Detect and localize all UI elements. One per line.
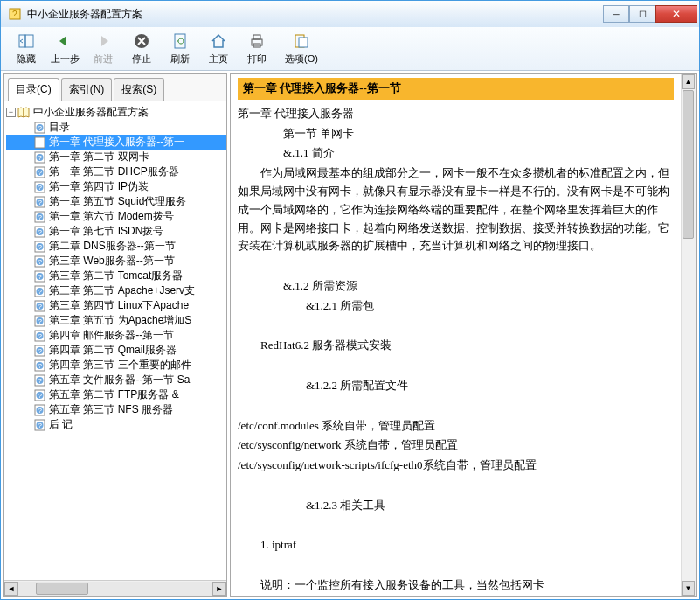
tree-item[interactable]: ?第四章 第三节 三个重要的邮件 bbox=[6, 358, 226, 373]
tab-search[interactable]: 搜索(S) bbox=[114, 78, 164, 101]
tree-item[interactable]: ?第三章 第三节 Apache+Jserv支 bbox=[6, 283, 226, 298]
content-pane: 第一章 代理接入服务器--第一节 第一章 代理接入服务器 第一节 单网卡 &.1… bbox=[230, 73, 697, 597]
tree-item[interactable]: ?第五章 文件服务器--第一节 Sa bbox=[6, 373, 226, 387]
tree-item-label: 第三章 第三节 Apache+Jserv支 bbox=[49, 283, 195, 298]
h-scroll-thumb[interactable] bbox=[36, 583, 88, 595]
content-s12: &.1.2 所需资源 bbox=[238, 277, 674, 296]
v-scrollbar[interactable]: ▲ ▼ bbox=[681, 74, 696, 596]
tree-item[interactable]: ?第三章 第五节 为Apache增加S bbox=[6, 313, 226, 328]
tree-item-label: 第四章 邮件服务器--第一节 bbox=[49, 328, 174, 343]
home-button[interactable]: 主页 bbox=[200, 30, 237, 67]
toolbar: 隐藏 上一步 前进 停止 刷新 主页 打印 选项(O) bbox=[1, 27, 699, 71]
tree-item[interactable]: ?第三章 第四节 Linux下Apache bbox=[6, 298, 226, 313]
content-p2: RedHat6.2 服务器模式安装 bbox=[238, 337, 674, 355]
tree-item[interactable]: ?第四章 邮件服务器--第一节 bbox=[6, 328, 226, 343]
tree-item[interactable]: ?第一章 第五节 Squid代理服务 bbox=[6, 194, 226, 209]
close-button[interactable]: ✕ bbox=[655, 5, 697, 23]
tree-item[interactable]: ?第一章 第六节 Modem拨号 bbox=[6, 209, 226, 224]
page-icon: ? bbox=[33, 180, 47, 194]
tab-contents[interactable]: 目录(C) bbox=[8, 78, 59, 101]
svg-text:?: ? bbox=[38, 184, 43, 192]
svg-text:?: ? bbox=[38, 273, 43, 281]
minimize-button[interactable]: ─ bbox=[603, 5, 629, 23]
tree-item-label: 中小企业服务器配置方案 bbox=[33, 105, 149, 120]
scroll-left-button[interactable]: ◄ bbox=[4, 582, 18, 596]
svg-text:?: ? bbox=[38, 154, 43, 162]
v-scroll-thumb[interactable] bbox=[683, 90, 694, 239]
tree-item[interactable]: ?第一章 第七节 ISDN拨号 bbox=[6, 224, 226, 239]
expand-icon[interactable]: − bbox=[6, 108, 16, 117]
svg-text:?: ? bbox=[38, 317, 43, 325]
page-icon: ? bbox=[33, 195, 47, 209]
svg-text:?: ? bbox=[38, 303, 43, 310]
options-button[interactable]: 选项(O) bbox=[277, 30, 326, 67]
maximize-button[interactable]: ☐ bbox=[629, 5, 655, 23]
tree-item-label: 第一章 第二节 双网卡 bbox=[49, 150, 149, 164]
tree-item[interactable]: ?第一章 第三节 DHCP服务器 bbox=[6, 164, 226, 179]
tree-item-label: 第一章 第六节 Modem拨号 bbox=[49, 209, 174, 224]
content-p6: 1. iptraf bbox=[238, 536, 674, 555]
scroll-right-button[interactable]: ► bbox=[212, 582, 226, 596]
page-icon: ? bbox=[33, 329, 47, 343]
hide-button[interactable]: 隐藏 bbox=[8, 30, 45, 67]
page-icon: ? bbox=[33, 165, 47, 179]
tree-item-label: 后 记 bbox=[49, 417, 73, 432]
svg-text:?: ? bbox=[38, 362, 43, 370]
tree-item[interactable]: ?目录 bbox=[6, 120, 226, 135]
print-button[interactable]: 打印 bbox=[239, 30, 275, 67]
page-icon: ? bbox=[33, 359, 47, 373]
tree-item[interactable]: ?第一章 第二节 双网卡 bbox=[6, 150, 226, 164]
tree-item-label: 第四章 第三节 三个重要的邮件 bbox=[49, 358, 191, 373]
tree-item-label: 第一章 代理接入服务器--第一 bbox=[49, 135, 184, 150]
tree-item-label: 第二章 DNS服务器--第一节 bbox=[49, 239, 176, 254]
refresh-button[interactable]: 刷新 bbox=[162, 30, 198, 67]
svg-text:?: ? bbox=[38, 407, 43, 415]
page-icon: ? bbox=[33, 225, 47, 239]
tree-item[interactable]: ?第五章 第二节 FTP服务器 & bbox=[6, 387, 226, 402]
tree-item[interactable]: ?后 记 bbox=[6, 417, 226, 432]
svg-text:?: ? bbox=[38, 392, 43, 400]
tree-item-label: 第五章 第三节 NFS 服务器 bbox=[49, 402, 173, 417]
page-icon: ? bbox=[33, 403, 47, 417]
svg-text:?: ? bbox=[38, 124, 43, 132]
svg-text:?: ? bbox=[38, 288, 43, 296]
stop-button[interactable]: 停止 bbox=[123, 30, 160, 67]
svg-rect-10 bbox=[299, 38, 308, 47]
tree-item[interactable]: ?第二章 DNS服务器--第一节 bbox=[6, 239, 226, 254]
chapter-header: 第一章 代理接入服务器--第一节 bbox=[238, 78, 674, 100]
content-p4: /etc/sysconfig/network 系统自带，管理员配置 bbox=[238, 436, 674, 455]
tree-item[interactable]: ?第三章 第二节 Tomcat服务器 bbox=[6, 269, 226, 283]
svg-text:?: ? bbox=[38, 347, 43, 355]
tree-item-label: 第五章 第二节 FTP服务器 & bbox=[49, 387, 179, 402]
tree-item[interactable]: ?第三章 Web服务器--第一节 bbox=[6, 254, 226, 269]
page-icon: ? bbox=[33, 314, 47, 328]
book-icon bbox=[17, 106, 31, 120]
svg-text:?: ? bbox=[12, 10, 17, 19]
svg-text:?: ? bbox=[38, 199, 43, 206]
tree-item[interactable]: ?第一章 代理接入服务器--第一 bbox=[6, 135, 226, 150]
tree-item-label: 第三章 第五节 为Apache增加S bbox=[49, 313, 191, 328]
scroll-up-button[interactable]: ▲ bbox=[682, 74, 695, 89]
titlebar: ? 中小企业服务器配置方案 ─ ☐ ✕ bbox=[1, 1, 699, 27]
back-button[interactable]: 上一步 bbox=[46, 30, 83, 67]
content-p1: 作为局域网最基本的组成部分之一，网卡一般不在众多攒机者的标准配置之内，但如果局域… bbox=[238, 164, 674, 255]
tree-item-label: 第三章 第四节 Linux下Apache bbox=[49, 298, 189, 313]
content-title: 第一章 代理接入服务器 bbox=[238, 105, 674, 123]
svg-text:?: ? bbox=[38, 377, 43, 385]
tree-item[interactable]: −中小企业服务器配置方案 bbox=[6, 105, 226, 120]
sidebar-tabs: 目录(C) 索引(N) 搜索(S) bbox=[4, 74, 226, 101]
tab-index[interactable]: 索引(N) bbox=[61, 78, 113, 101]
svg-rect-3 bbox=[25, 35, 33, 47]
content-section: 第一节 单网卡 bbox=[238, 125, 674, 143]
toc-tree[interactable]: −中小企业服务器配置方案?目录?第一章 代理接入服务器--第一?第一章 第二节 … bbox=[4, 101, 226, 580]
scroll-down-button[interactable]: ▼ bbox=[682, 581, 695, 596]
tree-item[interactable]: ?第四章 第二节 Qmail服务器 bbox=[6, 343, 226, 358]
content-s123: &1.2.3 相关工具 bbox=[238, 497, 674, 515]
tree-item[interactable]: ?第五章 第三节 NFS 服务器 bbox=[6, 402, 226, 417]
svg-text:?: ? bbox=[38, 213, 43, 221]
forward-button[interactable]: 前进 bbox=[85, 30, 121, 67]
svg-text:?: ? bbox=[38, 169, 43, 177]
h-scrollbar[interactable]: ◄ ► bbox=[4, 580, 226, 596]
tree-item[interactable]: ?第一章 第四节 IP伪装 bbox=[6, 179, 226, 194]
content-body: 第一章 代理接入服务器--第一节 第一章 代理接入服务器 第一节 单网卡 &.1… bbox=[231, 74, 681, 596]
